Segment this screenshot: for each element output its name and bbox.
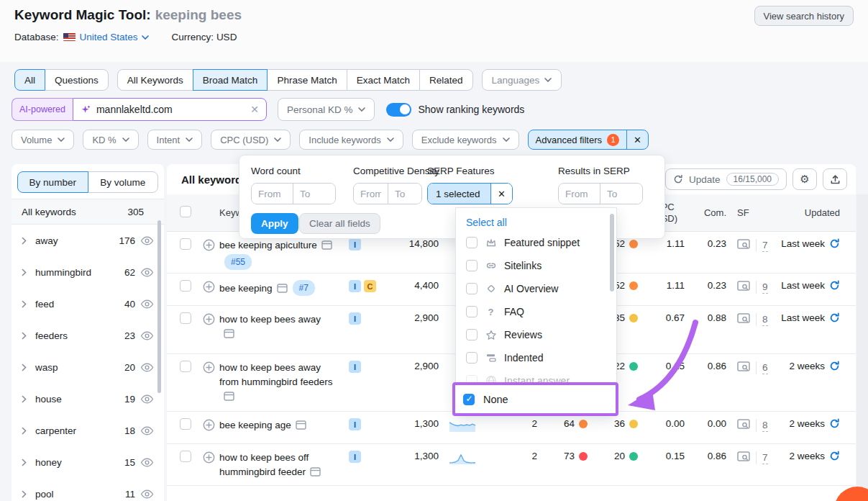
keyword-link[interactable]: bee keeping apiculture: [219, 240, 317, 250]
serp-option-faq[interactable]: ? FAQ: [456, 300, 616, 323]
cd-to-input[interactable]: [388, 184, 421, 204]
serp-features-select[interactable]: 1 selected ✕: [427, 183, 513, 204]
view-search-history-button[interactable]: View search history: [754, 6, 854, 26]
clear-advanced-filters-icon[interactable]: ✕: [626, 130, 648, 149]
advanced-filters-chip[interactable]: Advanced filters 1 ✕: [528, 130, 649, 150]
keyword-link[interactable]: how to keep bees off hummingbird feeder: [219, 452, 309, 477]
serp-option-sitelinks[interactable]: Sitelinks: [456, 254, 616, 277]
add-keyword-button[interactable]: [203, 281, 215, 295]
eye-icon[interactable]: [140, 236, 154, 245]
row-checkbox[interactable]: [180, 280, 191, 292]
keyword-link[interactable]: how to keep bees away from hummingbird f…: [219, 362, 333, 387]
row-checkbox[interactable]: [180, 238, 191, 250]
row-checkbox[interactable]: [180, 312, 191, 324]
col-sf[interactable]: SF: [737, 207, 749, 218]
serp-option-indented[interactable]: Indented: [456, 346, 616, 369]
word-count-to-input[interactable]: [293, 184, 335, 204]
cd-from-input[interactable]: [354, 184, 388, 204]
serp-features-preview[interactable]: [737, 281, 750, 294]
col-updated[interactable]: Updated: [759, 207, 840, 218]
open-serp-icon[interactable]: [310, 466, 321, 481]
add-keyword-button[interactable]: [203, 239, 215, 253]
personal-kd-dropdown[interactable]: Personal KD %: [278, 98, 375, 121]
sidebar-tab-by-number[interactable]: By number: [17, 171, 88, 193]
option-checkbox[interactable]: [466, 260, 478, 271]
filter-chip-intent[interactable]: Intent: [147, 130, 203, 150]
open-serp-icon[interactable]: [296, 420, 306, 434]
tab-exact-match[interactable]: Exact Match: [347, 69, 420, 91]
add-keyword-button[interactable]: [203, 419, 215, 433]
dropdown-scrollbar[interactable]: [610, 214, 614, 292]
tab-all-keywords[interactable]: All Keywords: [117, 69, 193, 91]
tab-related[interactable]: Related: [419, 69, 473, 91]
group-item-hummingbird[interactable]: hummingbird 62: [12, 256, 164, 288]
tab-all[interactable]: All: [14, 69, 45, 91]
tab-broad-match[interactable]: Broad Match: [193, 69, 268, 91]
option-checkbox[interactable]: [466, 329, 478, 340]
refresh-metrics-button[interactable]: [829, 280, 840, 291]
filter-chip-volume[interactable]: Volume: [12, 130, 74, 150]
serp-features-preview[interactable]: [737, 419, 750, 432]
serp-features-preview[interactable]: [737, 451, 750, 464]
database-select[interactable]: United States: [80, 32, 149, 42]
filter-chip-include-keywords[interactable]: Include keywords: [299, 130, 403, 150]
row-checkbox[interactable]: [180, 361, 191, 372]
select-all-link[interactable]: Select all: [466, 217, 507, 228]
eye-icon[interactable]: [140, 363, 154, 372]
serp-option-reviews[interactable]: Reviews: [456, 323, 616, 346]
none-checkbox[interactable]: [463, 394, 475, 405]
serp-clear-icon[interactable]: ✕: [490, 184, 512, 204]
eye-icon[interactable]: [140, 268, 154, 277]
group-item-carpenter[interactable]: carpenter 18: [12, 415, 164, 446]
clear-input-icon[interactable]: ✕: [250, 104, 259, 115]
sidebar-tab-by-volume[interactable]: By volume: [88, 171, 159, 193]
open-serp-icon[interactable]: [224, 328, 234, 343]
results-from-input[interactable]: [559, 184, 600, 204]
domain-input[interactable]: [96, 104, 245, 115]
update-button[interactable]: Update 16/15,000: [665, 168, 787, 190]
eye-icon[interactable]: [140, 458, 154, 467]
option-checkbox[interactable]: [466, 283, 478, 294]
row-checkbox[interactable]: [180, 418, 191, 430]
row-checkbox[interactable]: [180, 451, 191, 462]
refresh-metrics-button[interactable]: [829, 312, 840, 323]
none-option-highlighted[interactable]: None: [452, 382, 618, 416]
open-serp-icon[interactable]: [321, 240, 332, 254]
keyword-link[interactable]: bee keeping age: [219, 420, 291, 430]
filter-chip-exclude-keywords[interactable]: Exclude keywords: [412, 130, 519, 150]
refresh-metrics-button[interactable]: [829, 361, 840, 371]
keyword-link[interactable]: how to keep bees away: [219, 314, 321, 325]
clear-all-fields-button[interactable]: Clear all fields: [299, 213, 380, 234]
filter-chip-kd-[interactable]: KD %: [83, 130, 138, 150]
open-serp-icon[interactable]: [277, 283, 288, 297]
group-item-wasp[interactable]: wasp 20: [12, 351, 164, 383]
results-to-input[interactable]: [600, 184, 642, 204]
filter-chip-cpc-usd-[interactable]: CPC (USD): [211, 130, 291, 150]
word-count-from-input[interactable]: [252, 184, 293, 204]
add-keyword-button[interactable]: [203, 361, 215, 376]
keyword-link[interactable]: bee keeping: [219, 283, 273, 294]
all-keywords-row[interactable]: All keywords 305: [12, 199, 164, 225]
show-ranking-keywords-toggle[interactable]: [386, 103, 411, 117]
add-keyword-button[interactable]: [203, 313, 215, 328]
languages-dropdown[interactable]: Languages: [482, 69, 562, 91]
eye-icon[interactable]: [140, 426, 154, 435]
eye-icon[interactable]: [140, 489, 154, 499]
sidebar-scrollbar[interactable]: [157, 220, 161, 393]
refresh-metrics-button[interactable]: [829, 418, 840, 429]
tab-phrase-match[interactable]: Phrase Match: [267, 69, 347, 91]
group-item-house[interactable]: house 19: [12, 383, 164, 415]
serp-features-preview[interactable]: [737, 239, 750, 252]
export-button[interactable]: [823, 168, 847, 190]
refresh-metrics-button[interactable]: [829, 451, 840, 461]
tab-questions[interactable]: Questions: [45, 69, 109, 91]
serp-features-preview[interactable]: [737, 313, 750, 326]
eye-icon[interactable]: [140, 299, 154, 309]
open-serp-icon[interactable]: [224, 391, 234, 405]
eye-icon[interactable]: [140, 394, 154, 404]
option-checkbox[interactable]: [466, 352, 478, 364]
eye-icon[interactable]: [140, 331, 154, 340]
group-item-pool[interactable]: pool 11: [12, 478, 164, 501]
group-item-feeders[interactable]: feeders 23: [12, 320, 164, 351]
table-settings-button[interactable]: ⚙: [792, 168, 817, 190]
